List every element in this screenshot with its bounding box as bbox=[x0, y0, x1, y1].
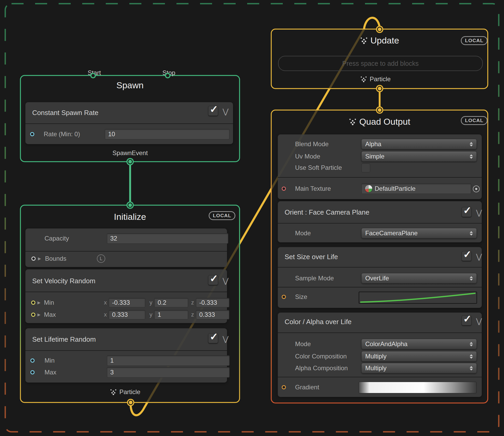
capacity-input[interactable]: 32 bbox=[107, 233, 228, 244]
set-velocity-random-enabled-checkbox[interactable] bbox=[208, 275, 218, 285]
chevron-down-icon[interactable]: ⋁ bbox=[476, 209, 482, 216]
rate-input[interactable]: 10 bbox=[105, 129, 230, 139]
chevron-down-icon[interactable]: ⋁ bbox=[476, 318, 482, 325]
color-mode-label: Mode bbox=[295, 339, 311, 349]
velocity-min-y-input[interactable]: 0.2 bbox=[154, 298, 188, 307]
rate-port[interactable] bbox=[30, 132, 34, 136]
color-alpha-over-life-block[interactable]: Color / Alpha over Life ⋁ Mode ColorAndA… bbox=[278, 313, 482, 397]
chevron-down-icon[interactable]: ⋁ bbox=[223, 335, 229, 343]
axis-z-label: z bbox=[191, 310, 194, 319]
update-add-blocks-placeholder[interactable]: Press space to add blocks bbox=[278, 56, 483, 71]
color-composition-dropdown[interactable]: Multiply bbox=[361, 351, 477, 362]
main-texture-label: Main Texture bbox=[295, 184, 331, 193]
velocity-min-x-value: -0.333 bbox=[112, 299, 130, 306]
lifetime-max-input[interactable]: 3 bbox=[107, 367, 230, 378]
spawn-start-port[interactable] bbox=[90, 73, 96, 78]
size-port[interactable] bbox=[282, 295, 286, 299]
set-size-over-life-enabled-checkbox[interactable] bbox=[462, 251, 472, 261]
set-size-over-life-block[interactable]: Set Size over Life ⋁ Sample Mode OverLif… bbox=[278, 247, 482, 308]
block-divider bbox=[25, 123, 233, 124]
update-title-group: Update bbox=[271, 35, 488, 46]
rate-value: 10 bbox=[108, 130, 115, 138]
lifetime-min-port[interactable] bbox=[30, 358, 35, 363]
expander-triangle-icon[interactable]: ▶ bbox=[37, 310, 41, 319]
bounds-port[interactable] bbox=[31, 257, 36, 261]
set-lifetime-random-enabled-checkbox[interactable] bbox=[208, 333, 218, 343]
velocity-max-port[interactable] bbox=[31, 313, 35, 317]
dropdown-stepper-icon bbox=[470, 231, 473, 236]
bounds-local-space-icon[interactable]: L bbox=[97, 254, 105, 263]
set-lifetime-random-block[interactable]: Set Lifetime Random ⋁ Min 1 Max 3 bbox=[25, 328, 227, 383]
update-output-port[interactable] bbox=[377, 86, 382, 91]
spawn-event-output-port[interactable] bbox=[128, 159, 133, 164]
block-divider bbox=[278, 223, 482, 224]
block-divider bbox=[25, 350, 227, 351]
initialize-output-port[interactable] bbox=[128, 400, 133, 405]
orient-face-camera-plane-block[interactable]: Orient : Face Camera Plane ⋁ Mode FaceCa… bbox=[278, 201, 482, 242]
update-particle-port-label: Particle bbox=[370, 75, 391, 83]
chevron-down-icon[interactable]: ⋁ bbox=[476, 253, 482, 260]
blend-mode-dropdown[interactable]: Alpha bbox=[361, 139, 477, 149]
spawn-stop-port[interactable] bbox=[165, 73, 170, 78]
gradient-port[interactable] bbox=[282, 385, 286, 389]
velocity-max-y-input[interactable]: 1 bbox=[154, 310, 188, 319]
set-velocity-random-block[interactable]: Set Velocity Random ⋁ ▶ Min x -0.333 y 0… bbox=[25, 269, 227, 323]
quad-output-node-title: Quad Output bbox=[359, 117, 410, 127]
sample-mode-value: OverLife bbox=[365, 275, 389, 282]
quad-output-title-group: Quad Output bbox=[271, 116, 488, 127]
color-mode-dropdown[interactable]: ColorAndAlpha bbox=[361, 339, 477, 349]
color-alpha-over-life-title: Color / Alpha over Life bbox=[285, 317, 352, 327]
update-input-port[interactable] bbox=[377, 27, 382, 32]
alpha-composition-dropdown[interactable]: Multiply bbox=[361, 363, 477, 373]
bounds-label: Bounds bbox=[45, 254, 66, 263]
lifetime-min-input[interactable]: 1 bbox=[107, 355, 230, 366]
block-divider bbox=[25, 251, 227, 252]
expander-triangle-icon[interactable]: ▶ bbox=[38, 254, 41, 263]
velocity-min-z-input[interactable]: -0.333 bbox=[196, 298, 229, 307]
initialize-particle-port-label: Particle bbox=[119, 388, 140, 396]
dropdown-stepper-icon bbox=[470, 154, 473, 159]
velocity-max-z-value: 0.333 bbox=[199, 311, 215, 318]
lifetime-max-port[interactable] bbox=[30, 370, 35, 374]
chevron-down-icon[interactable]: ⋁ bbox=[223, 277, 229, 285]
velocity-max-x-input[interactable]: 0.333 bbox=[109, 310, 145, 319]
uv-mode-dropdown[interactable]: Simple bbox=[361, 151, 477, 162]
initialize-settings-block[interactable]: Capacity 32 ▶ Bounds L bbox=[25, 228, 227, 267]
velocity-max-label: Max bbox=[44, 310, 56, 319]
quad-output-input-port[interactable] bbox=[377, 107, 382, 113]
expander-triangle-icon[interactable]: ▶ bbox=[37, 298, 41, 307]
size-curve-preview bbox=[359, 292, 477, 303]
set-lifetime-random-title: Set Lifetime Random bbox=[32, 334, 96, 345]
orient-mode-label: Mode bbox=[295, 228, 311, 238]
velocity-min-label: Min bbox=[44, 298, 54, 307]
color-mode-value: ColorAndAlpha bbox=[365, 340, 407, 348]
velocity-min-x-input[interactable]: -0.333 bbox=[109, 298, 145, 307]
orient-mode-dropdown[interactable]: FaceCameraPlane bbox=[361, 228, 477, 238]
quad-output-settings-block[interactable]: Blend Mode Alpha Uv Mode Simple Use Soft… bbox=[278, 134, 482, 199]
velocity-max-z-input[interactable]: 0.333 bbox=[196, 310, 229, 319]
size-curve-field[interactable] bbox=[359, 292, 477, 304]
constant-spawn-rate-block[interactable]: Constant Spawn Rate ⋁ Rate (Min: 0) 10 bbox=[25, 102, 233, 144]
velocity-max-x-value: 0.333 bbox=[112, 311, 128, 318]
gradient-preview-field[interactable] bbox=[359, 382, 477, 393]
velocity-min-port[interactable] bbox=[31, 301, 35, 305]
texture-thumbnail-icon bbox=[365, 185, 373, 193]
object-picker-icon[interactable] bbox=[473, 186, 480, 192]
orient-block-title: Orient : Face Camera Plane bbox=[285, 207, 369, 217]
initialize-local-badge: LOCAL bbox=[209, 211, 235, 220]
block-divider bbox=[278, 267, 482, 268]
particle-icon bbox=[110, 389, 117, 395]
chevron-down-icon[interactable]: ⋁ bbox=[223, 108, 229, 115]
sample-mode-label: Sample Mode bbox=[295, 274, 334, 283]
main-texture-object-field[interactable]: DefaultParticle bbox=[361, 183, 471, 194]
vfx-graph-canvas[interactable]: Start Stop Spawn Constant Spawn Rate ⋁ R… bbox=[0, 0, 504, 436]
sample-mode-dropdown[interactable]: OverLife bbox=[361, 273, 477, 284]
constant-spawn-rate-enabled-checkbox[interactable] bbox=[208, 106, 218, 116]
use-soft-particle-checkbox[interactable] bbox=[361, 164, 370, 172]
orient-enabled-checkbox[interactable] bbox=[462, 207, 472, 217]
color-alpha-enabled-checkbox[interactable] bbox=[462, 315, 472, 325]
main-texture-port[interactable] bbox=[282, 187, 286, 191]
lifetime-max-label: Max bbox=[45, 368, 56, 377]
initialize-input-port[interactable] bbox=[128, 203, 133, 208]
color-composition-value: Multiply bbox=[365, 353, 386, 360]
